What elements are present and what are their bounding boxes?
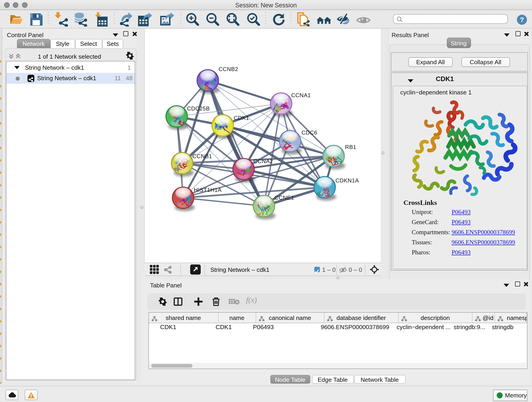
svg-text:CDC25B: CDC25B (187, 105, 210, 111)
svg-text:CDC6: CDC6 (302, 129, 317, 135)
svg-text:CDKN1A: CDKN1A (336, 177, 359, 183)
svg-text:HIST1H1A: HIST1H1A (194, 186, 222, 193)
svg-text:CCNB2: CCNB2 (219, 66, 238, 72)
svg-text:CDK1: CDK1 (234, 115, 249, 121)
svg-text:CCNA2: CCNA2 (253, 158, 273, 164)
svg-text:CCNE1: CCNE1 (274, 194, 294, 201)
svg-text:RB1: RB1 (345, 144, 356, 150)
svg-text:CCNA1: CCNA1 (291, 92, 311, 98)
svg-text:CCNB1: CCNB1 (192, 153, 212, 159)
